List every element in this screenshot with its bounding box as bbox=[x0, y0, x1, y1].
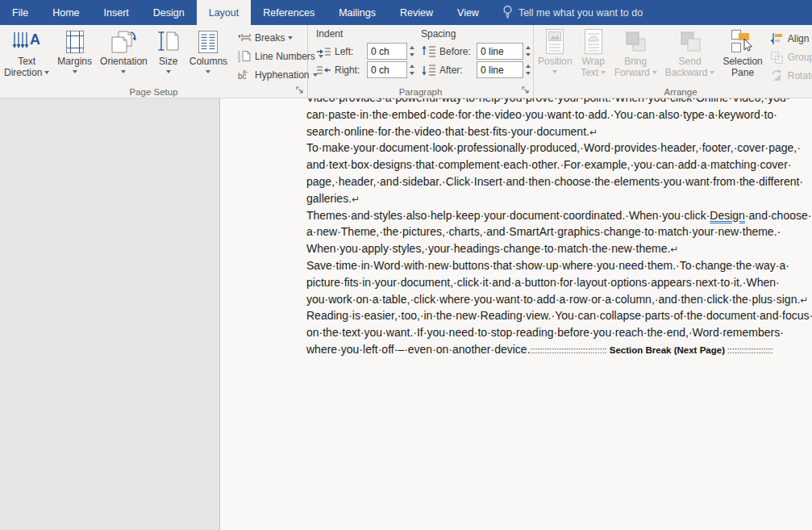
before-value-input[interactable] bbox=[477, 43, 523, 60]
ribbon: ATextDirection Margins Orientation Size … bbox=[0, 25, 812, 98]
button-label: Group bbox=[788, 52, 812, 63]
tell-me-box[interactable]: Tell me what you want to do bbox=[494, 0, 651, 25]
section-break-leader: :::::::::::::::::::: bbox=[727, 343, 772, 360]
document-line: picture·fits·in·your·document,·click·it·… bbox=[306, 274, 772, 291]
document-line: search·online·for·the·video·that·best·fi… bbox=[306, 123, 772, 140]
button-label: Rotate bbox=[788, 70, 812, 81]
rotate-icon bbox=[770, 69, 784, 82]
line-numbers-icon: 1 2 3 bbox=[238, 50, 252, 62]
text-run: Save·time·in·Word·with·new·buttons·that·… bbox=[306, 259, 789, 272]
orientation-icon bbox=[109, 29, 138, 55]
after-stepper[interactable] bbox=[526, 65, 531, 75]
left-stepper[interactable] bbox=[410, 46, 414, 56]
tab-file[interactable]: File bbox=[0, 0, 40, 25]
tab-mailings[interactable]: Mailings bbox=[327, 0, 388, 25]
button-text-direction[interactable]: ATextDirection bbox=[0, 27, 53, 78]
chevron-down-icon bbox=[206, 70, 210, 73]
spin-down-icon[interactable] bbox=[410, 53, 414, 56]
field-label: Before: bbox=[439, 46, 473, 57]
hyphenation-icon: bc a- bbox=[238, 69, 252, 81]
paragraph-mark: ↵ bbox=[670, 244, 678, 255]
grammar-flagged-word: Design bbox=[710, 209, 745, 222]
button-position: Position bbox=[534, 27, 577, 78]
button-label: Breaks bbox=[255, 32, 285, 44]
text-run: Reading·is·easier,·too,·in·the·new·Readi… bbox=[306, 309, 812, 322]
spin-up-icon[interactable] bbox=[410, 46, 414, 49]
ribbon-tab-bar: FileHomeInsertDesignLayoutReferencesMail… bbox=[0, 0, 812, 25]
button-label: Direction bbox=[4, 68, 42, 79]
button-align[interactable]: Align bbox=[770, 31, 812, 45]
after-value-input[interactable] bbox=[477, 61, 523, 78]
group-icon bbox=[770, 51, 784, 64]
tab-references[interactable]: References bbox=[251, 0, 327, 25]
tab-review[interactable]: Review bbox=[388, 0, 445, 25]
tab-home[interactable]: Home bbox=[40, 0, 91, 25]
page-setup-dialog-launcher-icon[interactable] bbox=[294, 85, 305, 95]
right-value-input[interactable] bbox=[367, 61, 407, 78]
document-canvas: Video·provides·a·powerful·way·to·help·yo… bbox=[0, 98, 812, 530]
tab-layout[interactable]: Layout bbox=[197, 0, 252, 25]
document-line: Video·provides·a·powerful·way·to·help·yo… bbox=[306, 98, 772, 106]
button-columns[interactable]: Columns bbox=[185, 27, 231, 78]
spacing-heading: Spacing bbox=[421, 28, 531, 40]
button-label: Text bbox=[581, 68, 598, 79]
button-label: Send bbox=[679, 56, 702, 68]
document-line: a·new·Theme,·the·pictures,·charts,·and·S… bbox=[306, 223, 772, 240]
button-orientation[interactable]: Orientation bbox=[96, 27, 152, 78]
text-run: on·the·text·you·want.·If·you·need·to·sto… bbox=[306, 326, 784, 339]
chevron-down-icon bbox=[710, 71, 714, 74]
document-line: To·make·your·document·look·professionall… bbox=[306, 140, 772, 156]
text-run: can·paste·in·the·embed·code·for·the·vide… bbox=[306, 108, 777, 121]
spin-up-icon[interactable] bbox=[526, 65, 531, 68]
section-break-label: Section Break (Next Page) bbox=[607, 342, 727, 359]
button-label: Hyphenation bbox=[255, 69, 309, 81]
button-label: Margins bbox=[57, 56, 92, 68]
text-run: search·online·for·the·video·that·best·fi… bbox=[306, 125, 589, 138]
group-label-arrange: Arrange bbox=[534, 87, 812, 97]
button-label: Forward bbox=[614, 68, 650, 79]
button-label: Selection bbox=[722, 56, 762, 68]
paragraph-mark: ↵ bbox=[352, 194, 360, 205]
spin-up-icon[interactable] bbox=[526, 46, 531, 49]
svg-text:3: 3 bbox=[238, 59, 240, 62]
button-bring-forward: BringForward bbox=[610, 27, 661, 78]
chevron-down-icon bbox=[166, 70, 171, 73]
document-line: on·the·text·you·want.·If·you·need·to·sto… bbox=[306, 324, 772, 341]
group-label-paragraph: Paragraph bbox=[308, 87, 533, 97]
document-line: Themes·and·styles·also·help·keep·your·do… bbox=[306, 207, 772, 224]
button-selection-pane[interactable]: SelectionPane bbox=[718, 27, 766, 78]
button-group: Group bbox=[770, 50, 812, 64]
spacing-before-icon bbox=[421, 45, 436, 57]
tab-insert[interactable]: Insert bbox=[92, 0, 141, 25]
spin-down-icon[interactable] bbox=[410, 72, 414, 75]
tab-design[interactable]: Design bbox=[141, 0, 197, 25]
chevron-down-icon bbox=[288, 36, 293, 40]
button-label: Text bbox=[18, 56, 35, 68]
right-stepper[interactable] bbox=[410, 65, 414, 75]
wrap-text-icon bbox=[582, 28, 605, 56]
button-margins[interactable]: Margins bbox=[53, 27, 96, 78]
document-line: you·work·on·a·table,·click·where·you·wan… bbox=[306, 291, 772, 308]
section-break-leader: :::::::::::::::::::::::::::::::::: bbox=[531, 343, 607, 360]
position-icon bbox=[543, 28, 566, 56]
text-direction-icon: A bbox=[12, 29, 41, 55]
paragraph-dialog-launcher-icon[interactable] bbox=[520, 85, 531, 95]
document-line: and·text·box·designs·that·complement·eac… bbox=[306, 156, 772, 173]
spin-up-icon[interactable] bbox=[410, 65, 414, 68]
spin-down-icon[interactable] bbox=[526, 72, 531, 75]
spacing-after-icon bbox=[421, 64, 436, 76]
document-line: galleries.↵ bbox=[306, 190, 772, 207]
svg-text:a-: a- bbox=[243, 69, 248, 74]
chevron-down-icon bbox=[652, 71, 657, 74]
text-run: where·you·left·off·–·even·on·another·dev… bbox=[306, 341, 531, 358]
left-value-input[interactable] bbox=[367, 43, 407, 60]
paragraph-mark: ↵ bbox=[589, 127, 598, 138]
chevron-down-icon bbox=[121, 70, 126, 73]
spin-down-icon[interactable] bbox=[526, 53, 531, 56]
paragraph-mark: ↵ bbox=[800, 294, 808, 306]
button-rotate: Rotate bbox=[770, 69, 812, 82]
document-page[interactable]: Video·provides·a·powerful·way·to·help·yo… bbox=[219, 98, 812, 530]
before-stepper[interactable] bbox=[526, 46, 531, 56]
button-size[interactable]: Size bbox=[152, 27, 185, 78]
tab-view[interactable]: View bbox=[445, 0, 491, 25]
